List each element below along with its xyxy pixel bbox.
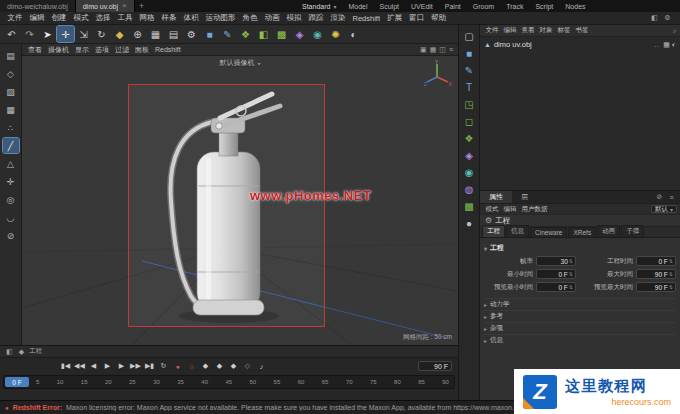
next-frame-button[interactable]: ▶ — [116, 360, 127, 372]
loop-button[interactable]: ↻ — [158, 360, 169, 372]
group-header[interactable]: ▾ 工程 — [484, 243, 676, 253]
light-icon[interactable]: ✺ — [327, 26, 344, 42]
menu-item[interactable]: Redshift — [349, 14, 384, 23]
convert-object-icon[interactable]: ▤ — [3, 48, 19, 63]
edges-mode-icon[interactable]: ╱ — [3, 138, 19, 153]
field-input[interactable]: 90 F ⇅ — [636, 282, 676, 292]
prev-key-button[interactable]: ◀◀ — [74, 360, 85, 372]
spinner-icon[interactable]: ⇅ — [669, 271, 673, 277]
live-selection-icon[interactable]: ➤ — [39, 26, 56, 42]
object-manager-menu-item[interactable]: 书签 — [573, 26, 591, 35]
menu-item[interactable]: 模拟 — [283, 13, 305, 23]
object-tree[interactable]: ▲ dimo uv.obj ‥ ▦◐ — [480, 37, 680, 190]
model-mode-icon[interactable]: ◇ — [3, 66, 19, 81]
menu-item[interactable]: 工具 — [114, 13, 136, 23]
menu-item[interactable]: 窗口 — [406, 13, 428, 23]
attribute-section-tab[interactable]: 信息 — [506, 225, 529, 237]
layout-tab[interactable]: Paint — [445, 3, 461, 10]
viewport-3d[interactable]: 默认摄像机 ▾ Y X Z www.pHomes.NET 网格间距 : 50 c… — [22, 56, 458, 345]
uv-tag-icon[interactable]: ▦ — [663, 41, 670, 49]
render-picture-viewer-icon[interactable]: ▤ — [165, 26, 182, 42]
sound-button[interactable]: ♪ — [256, 360, 267, 372]
timeline-ruler[interactable]: 0 F 51015202530354045505560657075808590 — [3, 375, 455, 389]
axis-gizmo[interactable]: Y X Z — [424, 60, 452, 88]
menu-item[interactable]: 扩展 — [384, 13, 406, 23]
play-button[interactable]: ▶ — [102, 360, 113, 372]
text-spline-icon[interactable]: T — [462, 81, 477, 94]
panel-menu-icon[interactable]: ≡ — [667, 194, 676, 201]
attribute-section-tab[interactable]: 动画 — [597, 225, 620, 237]
attribute-panel-tab[interactable]: 层 — [512, 191, 537, 203]
menu-item[interactable]: 选择 — [92, 13, 114, 23]
solo-mode-icon[interactable]: ◎ — [3, 192, 19, 207]
undo-icon[interactable]: ↶ — [3, 26, 20, 42]
marker-icon[interactable]: ◆ — [17, 348, 26, 356]
object-manager-menu-item[interactable]: 文件 — [483, 26, 501, 35]
cloner-icon[interactable]: ▩ — [462, 200, 477, 213]
preset-dropdown[interactable]: 默认 ▾ — [651, 205, 677, 213]
menu-item[interactable]: 运动图形 — [202, 13, 239, 23]
material-ball-icon[interactable]: ● — [462, 217, 477, 230]
redo-icon[interactable]: ↷ — [21, 26, 38, 42]
next-key-button[interactable]: ▶▶ — [130, 360, 141, 372]
close-tab-icon[interactable]: × — [122, 2, 127, 10]
section-header[interactable]: ▸ 动力学 — [484, 298, 676, 310]
object-manager-menu-item[interactable]: 编辑 — [501, 26, 519, 35]
points-mode-icon[interactable]: ∴ — [3, 120, 19, 135]
polygons-mode-icon[interactable]: △ — [3, 156, 19, 171]
menu-item[interactable]: 样条 — [158, 13, 180, 23]
subdivision-surface-icon[interactable]: ❖ — [237, 26, 254, 42]
layout-tab[interactable]: Groom — [473, 3, 494, 10]
keyframe-scale-button[interactable]: ◆ — [214, 360, 225, 372]
object-manager-menu-item[interactable]: 对象 — [537, 26, 555, 35]
deformer-icon[interactable]: ◈ — [291, 26, 308, 42]
rotate-tool-icon[interactable]: ↻ — [93, 26, 110, 42]
menu-item[interactable]: 创建 — [48, 13, 70, 23]
menu-item[interactable]: 体积 — [180, 13, 202, 23]
menu-item[interactable]: 帮助 — [428, 13, 450, 23]
array-generator-icon[interactable]: ❖ — [462, 132, 477, 145]
record-button[interactable]: ● — [172, 360, 183, 372]
menu-item[interactable]: 角色 — [239, 13, 261, 23]
field-icon[interactable]: ◉ — [462, 166, 477, 179]
field-icon[interactable]: ◉ — [309, 26, 326, 42]
fire-extinguisher-model[interactable] — [171, 94, 280, 315]
lock-icon[interactable]: ⊘ — [655, 193, 664, 201]
material-icon[interactable]: ◐ — [345, 26, 362, 42]
quad-view-icon[interactable]: ▦ — [430, 46, 437, 54]
section-header[interactable]: ▸ 杂项 — [484, 322, 676, 334]
section-header[interactable]: ▸ 参考 — [484, 310, 676, 322]
selection-frame-icon[interactable]: ▢ — [462, 30, 477, 43]
prev-frame-button[interactable]: ◀ — [88, 360, 99, 372]
axis-mode-icon[interactable]: ✛ — [3, 174, 19, 189]
viewport-menu-item[interactable]: 过滤 — [112, 45, 132, 55]
goto-start-button[interactable]: ▮◀ — [60, 360, 71, 372]
cube-primitive-icon[interactable]: ■ — [462, 47, 477, 60]
scale-tool-icon[interactable]: ⇲ — [75, 26, 92, 42]
menu-item[interactable]: 模式 — [70, 13, 92, 23]
menu-item[interactable]: 渲染 — [327, 13, 349, 23]
layout-tab[interactable]: Track — [506, 3, 523, 10]
document-tab-inactive[interactable]: dimo-weichaluw.obj — [0, 0, 76, 12]
extrude-generator-icon[interactable]: ◳ — [462, 98, 477, 111]
pen-spline-icon[interactable]: ✎ — [462, 64, 477, 77]
menu-item[interactable]: 文件 — [4, 13, 26, 23]
keyframe-filter-icon[interactable]: ◧ — [5, 348, 14, 356]
spinner-icon[interactable]: ⇅ — [669, 284, 673, 290]
menu-item[interactable]: 动画 — [261, 13, 283, 23]
layout-tab[interactable]: Model — [348, 3, 367, 10]
keyframe-position-button[interactable]: ◆ — [200, 360, 211, 372]
visibility-dots[interactable]: ‥ — [654, 40, 660, 49]
viewport-menu-item[interactable]: 摄像机 — [45, 45, 72, 55]
keyframe-rotation-button[interactable]: ◆ — [228, 360, 239, 372]
object-manager-menu-item[interactable]: 查看 — [519, 26, 537, 35]
bend-deformer-icon[interactable]: ◈ — [462, 149, 477, 162]
view-options-icon[interactable]: ≡ — [449, 46, 453, 54]
texture-mode-icon[interactable]: ▨ — [3, 84, 19, 99]
attribute-menu-item[interactable]: 用户数据 — [519, 205, 550, 214]
field-input[interactable]: 90 F ⇅ — [636, 269, 676, 279]
end-frame-field[interactable]: 90 F — [418, 361, 452, 371]
field-input[interactable]: 0 F ⇅ — [536, 282, 576, 292]
viewport-menu-item[interactable]: 选项 — [92, 45, 112, 55]
last-tool-icon[interactable]: ◆ — [111, 26, 128, 42]
